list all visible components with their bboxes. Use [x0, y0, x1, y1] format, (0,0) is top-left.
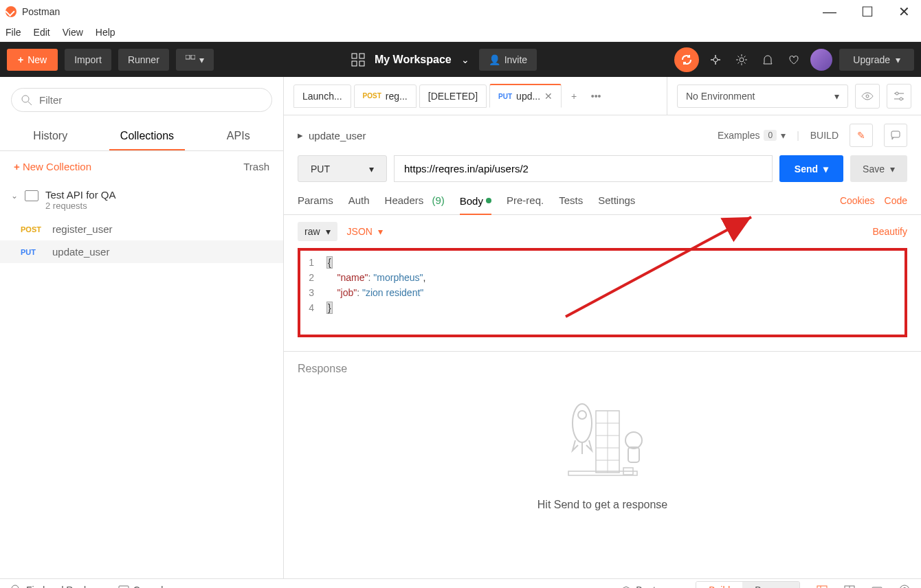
- chevron-down-icon: ▾: [834, 91, 839, 102]
- examples-dropdown[interactable]: Examples0▾: [718, 130, 786, 141]
- sync-button[interactable]: [674, 47, 699, 72]
- body-lang-label: JSON: [347, 226, 373, 237]
- upgrade-button[interactable]: Upgrade▾: [839, 49, 914, 71]
- capture-icon[interactable]: [706, 50, 725, 69]
- import-button[interactable]: Import: [65, 49, 111, 71]
- menu-help[interactable]: Help: [96, 27, 115, 38]
- new-label: New: [27, 54, 47, 65]
- notifications-icon[interactable]: [758, 50, 777, 69]
- sidebar-tabs: History Collections APIs: [0, 123, 283, 151]
- collection-item[interactable]: ⌄ Test API for QA 2 requests: [0, 182, 283, 218]
- runner-button[interactable]: Runner: [118, 49, 169, 71]
- main: History Collections APIs New Collection …: [0, 77, 921, 578]
- sidebar-request-update[interactable]: PUT update_user: [0, 240, 283, 263]
- keyboard-icon[interactable]: [872, 585, 883, 589]
- trash-link[interactable]: Trash: [243, 161, 269, 172]
- new-tab-button[interactable]: +: [564, 87, 584, 106]
- invite-button[interactable]: 👤Invite: [479, 49, 537, 71]
- close-icon[interactable]: ✕: [544, 91, 553, 102]
- chevron-down-icon[interactable]: ⌄: [461, 54, 469, 65]
- save-button[interactable]: Save▾: [850, 155, 907, 182]
- build-browse-toggle[interactable]: Build Browse: [696, 581, 800, 589]
- tab-body[interactable]: Body: [460, 192, 491, 215]
- tab-label: [DELETED]: [428, 91, 478, 102]
- edit-button[interactable]: ✎: [850, 124, 873, 147]
- chevron-right-icon[interactable]: ▸: [298, 129, 303, 142]
- preview-env-button[interactable]: [855, 84, 880, 109]
- tab-collections[interactable]: Collections: [109, 123, 185, 150]
- collection-actions: New Collection Trash: [0, 151, 283, 182]
- build-label[interactable]: BUILD: [810, 130, 839, 141]
- console-button[interactable]: Console: [118, 585, 168, 589]
- sync-icon: [680, 54, 693, 66]
- method-select[interactable]: PUT▾: [298, 155, 387, 182]
- comment-button[interactable]: [884, 124, 907, 147]
- tab-tests[interactable]: Tests: [559, 192, 583, 209]
- minimize-button[interactable]: —: [817, 2, 842, 21]
- browse-tab[interactable]: Browse: [742, 582, 799, 589]
- menu-view[interactable]: View: [63, 27, 83, 38]
- settings-icon[interactable]: [732, 50, 751, 69]
- code-link[interactable]: Code: [885, 195, 907, 206]
- maximize-button[interactable]: ☐: [856, 2, 879, 21]
- close-button[interactable]: ✕: [893, 2, 916, 21]
- headers-count: (9): [432, 194, 444, 206]
- url-input[interactable]: [394, 155, 773, 182]
- body-mode-select[interactable]: raw▾: [298, 222, 337, 241]
- env-settings-button[interactable]: [887, 84, 911, 109]
- beautify-button[interactable]: Beautify: [872, 226, 907, 237]
- find-replace-button[interactable]: Find and Replace: [11, 585, 102, 589]
- request-tab-deleted[interactable]: [DELETED]: [419, 84, 487, 108]
- sidebar-toggle-icon[interactable]: [817, 585, 828, 589]
- request-tab-update[interactable]: PUTupd...✕: [489, 84, 562, 108]
- bootcamp-button[interactable]: Bootcamp: [621, 585, 679, 589]
- tab-settings[interactable]: Settings: [598, 192, 635, 209]
- new-button[interactable]: New: [7, 49, 58, 71]
- breadcrumb-actions: Examples0▾ | BUILD ✎: [718, 124, 907, 147]
- tab-history[interactable]: History: [22, 123, 78, 150]
- request-name: register_user: [52, 223, 113, 235]
- chevron-down-icon[interactable]: ▾: [823, 163, 828, 174]
- tab-params[interactable]: Params: [298, 192, 333, 209]
- tab-auth[interactable]: Auth: [348, 192, 370, 209]
- chevron-down-icon[interactable]: ▾: [890, 163, 895, 174]
- body-mode-label: raw: [304, 226, 320, 237]
- body-lang-select[interactable]: JSON▾: [347, 226, 383, 237]
- workspace-grid-icon[interactable]: [351, 53, 365, 67]
- build-tab[interactable]: Build: [696, 582, 742, 589]
- tab-method: POST: [363, 92, 381, 100]
- tab-prereq[interactable]: Pre-req.: [507, 192, 544, 209]
- tab-apis[interactable]: APIs: [216, 123, 261, 150]
- examples-label: Examples: [718, 130, 759, 141]
- help-icon[interactable]: ?: [899, 585, 910, 589]
- body-editor[interactable]: 1{ 2 "name": "morpheus", 3 "job": "zion …: [298, 248, 907, 337]
- avatar[interactable]: [810, 49, 832, 71]
- menu-file[interactable]: File: [5, 27, 21, 38]
- new-collection-button[interactable]: New Collection: [14, 161, 91, 172]
- sidebar: History Collections APIs New Collection …: [0, 77, 284, 578]
- workspace-name[interactable]: My Workspace: [375, 54, 452, 66]
- svg-point-8: [22, 95, 29, 102]
- svg-point-26: [625, 432, 642, 449]
- request-tab-register[interactable]: POSTreg...: [354, 84, 417, 108]
- titlebar-left: Postman: [5, 6, 60, 17]
- environment-select[interactable]: No Environment▾: [677, 84, 848, 108]
- send-button[interactable]: Send▾: [779, 155, 843, 182]
- workspace-launcher[interactable]: ▾: [176, 49, 214, 71]
- cookies-link[interactable]: Cookies: [840, 195, 875, 206]
- request-tabs: Params Auth Headers (9) Body Pre-req. Te…: [284, 186, 921, 215]
- method-value: PUT: [311, 163, 330, 174]
- filter-box[interactable]: [11, 88, 272, 112]
- heart-icon[interactable]: [784, 50, 803, 69]
- collection-sub: 2 requests: [45, 201, 116, 211]
- filter-input[interactable]: [39, 94, 262, 106]
- invite-label: Invite: [504, 54, 527, 65]
- svg-rect-0: [186, 55, 190, 59]
- request-tab-launch[interactable]: Launch...: [293, 84, 351, 108]
- sidebar-request-register[interactable]: POST register_user: [0, 218, 283, 240]
- two-pane-icon[interactable]: [844, 585, 855, 589]
- menu-edit[interactable]: Edit: [34, 27, 50, 38]
- tab-headers[interactable]: Headers (9): [385, 192, 445, 209]
- tab-overflow-button[interactable]: •••: [586, 87, 606, 106]
- method-badge: PUT: [21, 248, 44, 256]
